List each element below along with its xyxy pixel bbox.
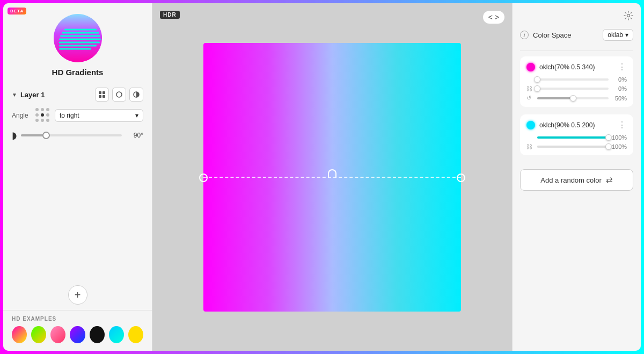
logo-line [60, 35, 100, 37]
midpoint-handle[interactable] [328, 169, 336, 178]
slider-track-1a[interactable] [537, 78, 609, 81]
dot [35, 119, 39, 122]
chevron-down-icon: ▾ [135, 112, 138, 119]
add-random-button[interactable]: Add a random color ⇄ [520, 169, 633, 191]
collapse-triangle[interactable]: ▼ [12, 92, 17, 98]
link-icon-1b: ⛓ [526, 85, 534, 92]
circle-icon-btn[interactable] [112, 88, 126, 102]
svg-point-4 [116, 92, 122, 97]
hdr-badge: HDR [160, 11, 180, 19]
color-stop-card-2: oklch(90% 0.5 200) ⋮ 100% ⛓ 100% [520, 114, 633, 155]
example-swatch-5[interactable] [90, 326, 105, 343]
hd-examples-section: HD EXAMPLES [3, 310, 152, 351]
example-swatch-3[interactable] [50, 326, 65, 343]
color-space-row: i Color Space oklab ▾ [520, 29, 633, 41]
layer-title-row: ▼ Layer 1 [12, 91, 45, 99]
example-swatch-1[interactable] [12, 326, 27, 343]
angle-value: 90° [126, 132, 143, 139]
hd-examples-label: HD EXAMPLES [12, 316, 143, 322]
example-swatch-6[interactable] [109, 326, 124, 343]
direction-dots[interactable] [35, 108, 50, 123]
svg-point-5 [627, 15, 630, 17]
example-swatch-7[interactable] [128, 326, 143, 343]
direction-select[interactable]: to right ▾ [55, 109, 143, 122]
app-logo [54, 14, 102, 62]
nav-button[interactable]: < > [483, 11, 504, 24]
layer-name: Layer 1 [20, 91, 45, 99]
angle-slider-track[interactable] [21, 134, 122, 136]
slider-track-2b[interactable] [537, 146, 609, 148]
gradient-line [203, 177, 461, 178]
dot [46, 119, 49, 122]
gradient-canvas[interactable] [203, 43, 461, 312]
example-swatch-4[interactable] [70, 326, 85, 343]
color-dot-2[interactable] [526, 121, 535, 129]
grid-icon-btn[interactable] [95, 88, 109, 102]
moon-icon [133, 91, 140, 98]
logo-line [64, 28, 97, 30]
example-swatch-2[interactable] [31, 326, 46, 343]
color-value-2: oklch(90% 0.5 200) [539, 121, 613, 129]
dot [35, 113, 39, 117]
color-space-value: oklab [608, 31, 623, 39]
angle-label: Angle [12, 112, 31, 119]
dot [35, 108, 39, 111]
shuffle-icon: ⇄ [606, 175, 613, 185]
color-stop-right[interactable] [457, 174, 465, 182]
dot [46, 113, 49, 117]
link-icon-2b: ⛓ [526, 143, 534, 150]
color-dot-1[interactable] [526, 63, 535, 71]
pct-label-1b: 0% [612, 85, 627, 92]
midpoint-icon: ↺ [526, 95, 534, 102]
pct-label-2a: 100% [612, 134, 627, 141]
more-button-1[interactable]: ⋮ [618, 62, 627, 72]
info-icon[interactable]: i [520, 31, 529, 39]
angle-icon: ◗ [12, 129, 17, 141]
divider [520, 50, 633, 51]
right-top [520, 11, 633, 23]
svg-rect-2 [99, 95, 101, 98]
pct-label-1a: 0% [612, 76, 627, 83]
right-panel: i Color Space oklab ▾ oklch(70% 0.5 340)… [512, 3, 641, 351]
chevron-right-icon: > [495, 13, 499, 21]
gradient-canvas-area: HDR < > [152, 3, 512, 351]
color-value-1: oklch(70% 0.5 340) [539, 63, 613, 71]
logo-line [59, 48, 91, 49]
beta-badge: BETA [8, 8, 26, 15]
color-stop-header-1: oklch(70% 0.5 340) ⋮ [526, 62, 627, 72]
grid-icon [98, 91, 106, 98]
settings-button[interactable] [624, 11, 633, 23]
color-space-select[interactable]: oklab ▾ [603, 29, 633, 41]
layer-section: ▼ Layer 1 [3, 82, 152, 280]
logo-line [59, 41, 100, 43]
dot [41, 119, 44, 122]
color-stop-left[interactable] [199, 174, 208, 182]
chevron-left-icon: < [488, 13, 493, 21]
layer-icons [95, 88, 143, 102]
add-stop-area: + [3, 280, 152, 310]
slider-track-mid[interactable] [537, 97, 609, 99]
color-stop-header-2: oklch(90% 0.5 200) ⋮ [526, 120, 627, 130]
add-stop-button[interactable]: + [68, 285, 87, 305]
svg-rect-1 [103, 91, 105, 94]
moon-icon-btn[interactable] [129, 88, 143, 102]
slider-track-1b[interactable] [537, 88, 609, 90]
left-panel: BETA HD Gradients ▼ [3, 3, 152, 351]
direction-value: to right [60, 112, 79, 119]
svg-rect-3 [103, 95, 105, 98]
svg-rect-0 [99, 91, 101, 94]
logo-line [62, 32, 99, 33]
angle-row: Angle to right ▾ [12, 108, 143, 123]
logo-area: HD Gradients [3, 3, 152, 82]
add-random-label: Add a random color [540, 176, 601, 184]
logo-line [59, 38, 101, 40]
dot [46, 108, 49, 111]
gear-icon [624, 11, 633, 20]
more-button-2[interactable]: ⋮ [618, 120, 627, 130]
slider-track-2a[interactable] [537, 136, 609, 139]
pct-label-mid: 50% [612, 95, 627, 102]
logo-line [59, 45, 97, 46]
pct-label-2b: 100% [612, 143, 627, 150]
chevron-down-icon: ▾ [625, 31, 628, 39]
dot [41, 108, 44, 111]
